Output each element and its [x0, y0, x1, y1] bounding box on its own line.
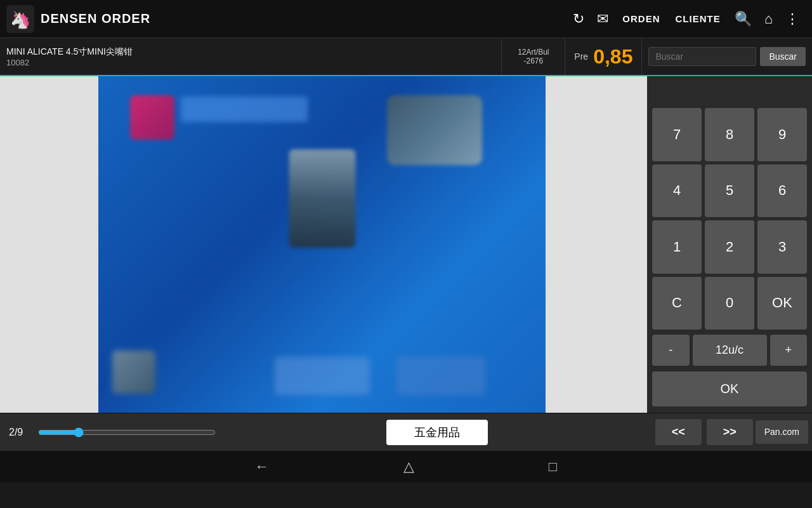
product-blob-bottomleft	[112, 351, 155, 394]
slider-container	[32, 427, 222, 438]
more-button[interactable]: ⋮	[779, 7, 806, 31]
right-panel	[546, 76, 647, 413]
price-section: Pre 0,85	[565, 38, 641, 75]
page-indicator: 2/9	[0, 427, 32, 438]
next-button[interactable]: >>	[707, 419, 753, 445]
cliente-button[interactable]: CLIENTE	[668, 10, 728, 28]
orden-button[interactable]: ORDEN	[615, 10, 667, 28]
numpad-btn-7[interactable]: 7	[652, 108, 702, 161]
product-bar: MINI ALICATE 4.5寸MINI尖嘴钳 10082 12Art/Bul…	[0, 38, 812, 76]
product-blob-topright	[387, 95, 482, 165]
page-slider[interactable]	[38, 427, 216, 438]
numpad-btn-6[interactable]: 6	[757, 164, 807, 218]
recents-button[interactable]: □	[539, 455, 567, 479]
ok-big-button[interactable]: OK	[652, 371, 807, 406]
product-code: 10082	[6, 58, 495, 67]
left-panel	[0, 76, 98, 413]
product-image	[98, 76, 546, 413]
category-display: 五金用品	[222, 420, 652, 445]
app-logo: 🦄	[6, 5, 34, 33]
unit-button[interactable]: 12u/c	[693, 335, 767, 366]
bottom-nav: 2/9 五金用品 << >> Pan.com	[0, 413, 812, 451]
numpad-btn-ok[interactable]: OK	[757, 277, 807, 330]
numpad-btn-8[interactable]: 8	[705, 108, 754, 161]
home-button[interactable]: ⌂	[758, 7, 779, 31]
mail-button[interactable]: ✉	[591, 7, 615, 31]
buscar-button[interactable]: Buscar	[760, 47, 806, 66]
numpad-btn-9[interactable]: 9	[757, 108, 807, 161]
refresh-button[interactable]: ↻	[566, 7, 591, 31]
numpad-panel: 789456123C0OK - 12u/c + OK	[647, 76, 812, 413]
app-title: DENSEN ORDER	[41, 11, 566, 26]
product-blob-bottomright	[396, 357, 485, 395]
product-info: MINI ALICATE 4.5寸MINI尖嘴钳 10082	[0, 38, 501, 75]
pre-label: Pre	[574, 51, 588, 62]
product-bulk: 12Art/Bul -2676	[501, 38, 565, 75]
pan-button[interactable]: Pan.com	[756, 420, 808, 444]
back-button[interactable]: ←	[245, 455, 279, 479]
product-image-area	[98, 76, 546, 413]
minus-button[interactable]: -	[652, 335, 690, 366]
main-area: 789456123C0OK - 12u/c + OK	[0, 76, 812, 413]
unit-row: - 12u/c +	[647, 335, 812, 369]
category-box: 五金用品	[386, 420, 488, 445]
numpad-btn-2[interactable]: 2	[705, 220, 754, 274]
bulk-value: -2676	[523, 57, 543, 65]
numpad-btn-4[interactable]: 4	[652, 164, 702, 218]
search-input[interactable]	[648, 47, 756, 66]
price-value: 0,85	[593, 45, 632, 69]
numpad-btn-5[interactable]: 5	[705, 164, 754, 218]
product-blob-bottommid	[275, 357, 370, 395]
top-bar: 🦄 DENSEN ORDER ↻ ✉ ORDEN CLIENTE 🔍 ⌂ ⋮	[0, 0, 812, 38]
numpad-btn-c[interactable]: C	[652, 277, 702, 330]
svg-text:🦄: 🦄	[10, 10, 31, 30]
prev-button[interactable]: <<	[655, 419, 702, 445]
numpad-grid: 789456123C0OK	[647, 103, 812, 335]
product-blob-text	[181, 97, 308, 122]
search-section: Buscar	[641, 38, 812, 75]
plus-button[interactable]: +	[770, 335, 808, 366]
numpad-btn-0[interactable]: 0	[705, 277, 754, 330]
android-nav: ← △ □	[0, 451, 812, 483]
product-name: MINI ALICATE 4.5寸MINI尖嘴钳	[6, 46, 495, 58]
product-blob-center	[289, 149, 355, 248]
numpad-btn-1[interactable]: 1	[652, 220, 702, 274]
home-android-button[interactable]: △	[393, 455, 424, 479]
product-blob-pink	[130, 95, 174, 140]
bulk-label: 12Art/Bul	[518, 48, 549, 57]
numpad-display	[647, 76, 812, 103]
numpad-btn-3[interactable]: 3	[757, 220, 807, 274]
search-button[interactable]: 🔍	[728, 7, 758, 31]
